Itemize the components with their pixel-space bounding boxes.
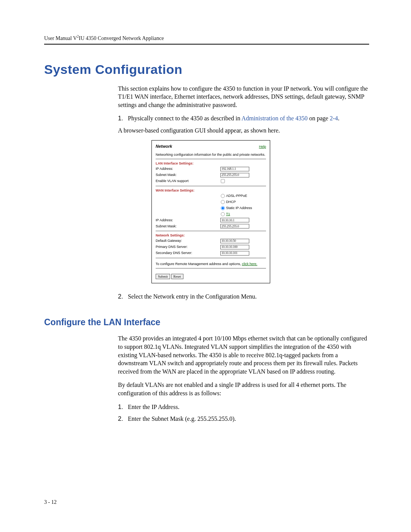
wan-t1-radio[interactable] bbox=[221, 212, 225, 216]
net-sdns-row: Secondary DNS Server: bbox=[156, 250, 266, 256]
admin-link[interactable]: Administration of the 4350 bbox=[242, 115, 308, 121]
gui-divider-3 bbox=[156, 231, 266, 231]
net-pdns-input[interactable] bbox=[220, 245, 249, 249]
lan-step-2-number: 2. bbox=[118, 415, 128, 423]
wan-static-radio[interactable] bbox=[221, 206, 225, 210]
net-gw-label: Default Gateway: bbox=[156, 239, 220, 243]
wan-mask-row: Subnet Mask: bbox=[156, 223, 266, 229]
lan-paragraph-2: By default VLANs are not enabled and a s… bbox=[118, 381, 369, 397]
lan-heading: LAN Interface Settings: bbox=[156, 161, 266, 166]
top-steps-list: 1. Physically connect to the 4350 as des… bbox=[118, 114, 369, 123]
step-1-followup: A browser-based configuration GUI should… bbox=[118, 126, 369, 135]
subsection-title: Configure the LAN Interface bbox=[44, 317, 369, 328]
intro-paragraph: This section explains how to configure t… bbox=[118, 85, 369, 109]
step-2-number: 2. bbox=[118, 292, 128, 301]
lan-paragraph-1: The 4350 provides an integrated 4 port 1… bbox=[118, 334, 369, 375]
network-gui-screenshot: Network Help Networking configuration in… bbox=[151, 140, 270, 283]
gui-description: Networking configuration information for… bbox=[156, 153, 266, 157]
wan-ip-row: IP Address: bbox=[156, 217, 266, 223]
remote-mgmt-text: To configure Remote Management address a… bbox=[156, 262, 266, 267]
lan-ip-label: IP Address: bbox=[156, 167, 220, 171]
step-1-post: . bbox=[338, 115, 339, 121]
wan-mask-input[interactable] bbox=[220, 224, 249, 228]
wan-adsl-radio[interactable] bbox=[221, 194, 225, 198]
gui-divider-1 bbox=[156, 159, 266, 159]
gui-divider-5 bbox=[156, 268, 266, 268]
body-column: This section explains how to configure t… bbox=[118, 85, 369, 301]
step-2-text: Select the Network entry in the Configur… bbox=[128, 292, 369, 301]
wan-static-row: Static IP Address bbox=[156, 205, 266, 211]
section-title: System Configuration bbox=[44, 62, 369, 77]
net-gw-row: Default Gateway: bbox=[156, 238, 266, 244]
lan-step-1-number: 1. bbox=[118, 403, 128, 411]
net-sdns-input[interactable] bbox=[220, 251, 249, 256]
gui-help-link[interactable]: Help bbox=[259, 145, 266, 149]
step-1-number: 1. bbox=[118, 114, 128, 123]
lan-mask-row: Subnet Mask: bbox=[156, 172, 266, 178]
lan-ip-row: IP Address: bbox=[156, 166, 266, 172]
wan-ip-input[interactable] bbox=[220, 218, 249, 222]
lan-step-1: 1. Enter the IP Address. bbox=[118, 403, 369, 411]
lan-steps-list: 1. Enter the IP Address. 2. Enter the Su… bbox=[118, 403, 369, 423]
step-2: 2. Select the Network entry in the Confi… bbox=[118, 292, 369, 301]
lan-ip-input[interactable] bbox=[220, 167, 249, 171]
net-heading: Network Settings: bbox=[156, 233, 266, 238]
submit-button[interactable]: Submit bbox=[156, 274, 170, 279]
gui-title: Network bbox=[156, 144, 172, 149]
lan-mask-input[interactable] bbox=[220, 173, 249, 177]
wan-t1-row: T1 bbox=[156, 211, 266, 217]
header-text-a: User Manual V bbox=[44, 35, 77, 41]
lan-step-2: 2. Enter the Subnet Mask (e.g. 255.255.2… bbox=[118, 415, 369, 423]
manual-page: User Manual V2IU 4350 Converged Network … bbox=[0, 0, 411, 532]
wan-ip-label: IP Address: bbox=[156, 218, 220, 223]
wan-mask-label: Subnet Mask: bbox=[156, 224, 220, 229]
running-header: User Manual V2IU 4350 Converged Network … bbox=[44, 34, 369, 45]
wan-t1-label[interactable]: T1 bbox=[226, 212, 230, 216]
lan-mask-label: Subnet Mask: bbox=[156, 173, 220, 177]
lan-vlan-row: Enable VLAN support bbox=[156, 178, 266, 184]
lan-step-2-text: Enter the Subnet Mask (e.g. 255.255.255.… bbox=[128, 415, 369, 423]
net-gw-input[interactable] bbox=[220, 239, 249, 243]
wan-adsl-label: ADSL-PPPoE bbox=[226, 194, 247, 198]
header-text-b: IU 4350 Converged Network Appliance bbox=[79, 35, 164, 41]
net-pdns-label: Primary DNS Server: bbox=[156, 245, 220, 249]
gui-divider-4 bbox=[156, 258, 266, 258]
step-1-pre: Physically connect to the 4350 as descri… bbox=[128, 115, 242, 121]
gui-divider-2 bbox=[156, 186, 266, 186]
step-1: 1. Physically connect to the 4350 as des… bbox=[118, 114, 369, 123]
remote-mgmt-pre: To configure Remote Management address a… bbox=[156, 262, 242, 266]
page-number: 3 - 12 bbox=[44, 499, 57, 505]
reset-button[interactable]: Reset bbox=[171, 274, 183, 279]
wan-dhcp-radio[interactable] bbox=[221, 200, 225, 204]
wan-adsl-row: ADSL-PPPoE bbox=[156, 193, 266, 199]
lan-vlan-checkbox[interactable] bbox=[221, 179, 225, 183]
wan-static-label: Static IP Address bbox=[226, 206, 252, 210]
step-1-text: Physically connect to the 4350 as descri… bbox=[128, 114, 369, 123]
wan-dhcp-label: DHCP bbox=[226, 200, 236, 204]
remote-mgmt-link[interactable]: click here. bbox=[242, 262, 258, 266]
wan-heading: WAN Interface Settings: bbox=[156, 189, 266, 193]
step-1-mid: on page bbox=[307, 115, 330, 121]
page-ref-link[interactable]: 2-4 bbox=[330, 115, 338, 121]
gui-button-row: Submit Reset bbox=[156, 274, 266, 279]
net-pdns-row: Primary DNS Server: bbox=[156, 244, 266, 250]
top-steps-list-2: 2. Select the Network entry in the Confi… bbox=[118, 292, 369, 301]
lan-step-1-text: Enter the IP Address. bbox=[128, 403, 369, 411]
wan-dhcp-row: DHCP bbox=[156, 199, 266, 205]
net-sdns-label: Secondary DNS Server: bbox=[156, 251, 220, 256]
body-column-2: The 4350 provides an integrated 4 port 1… bbox=[118, 334, 369, 423]
lan-vlan-label: Enable VLAN support bbox=[156, 179, 220, 184]
